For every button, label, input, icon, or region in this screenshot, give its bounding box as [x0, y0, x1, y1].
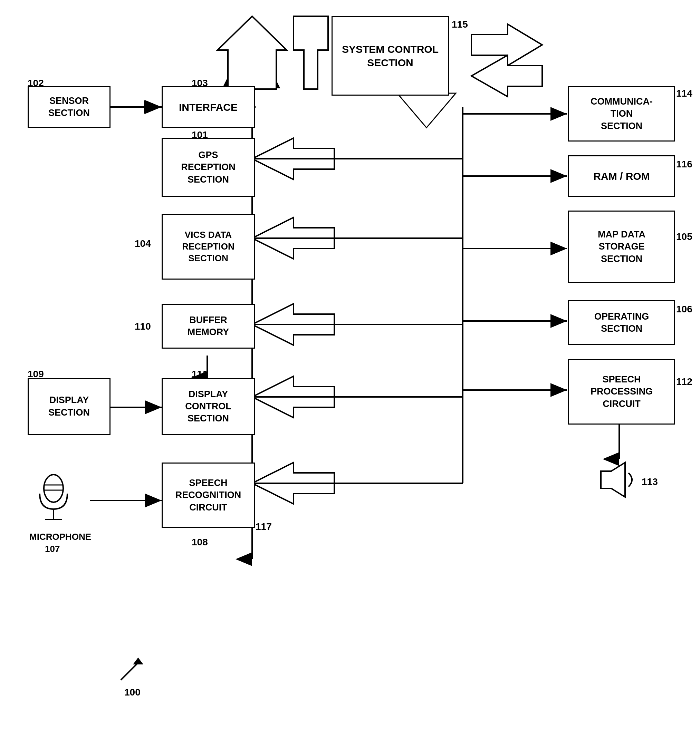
- svg-marker-8: [223, 31, 280, 88]
- svg-marker-19: [252, 304, 334, 345]
- svg-marker-14: [294, 16, 328, 89]
- interface-block: INTERFACE: [162, 86, 255, 128]
- microphone-id: 107: [45, 544, 60, 554]
- svg-marker-16: [472, 55, 542, 97]
- svg-marker-20: [252, 376, 334, 418]
- speech-proc-block: SPEECHPROCESSINGCIRCUIT: [568, 359, 675, 425]
- microphone-icon: [31, 469, 76, 525]
- system-control-label: 115: [452, 19, 468, 30]
- figure-arrow: [117, 656, 145, 683]
- gps-block: GPSRECEPTIONSECTION: [162, 138, 255, 197]
- bus-117-label: 117: [256, 521, 272, 532]
- speaker-icon: [594, 459, 642, 500]
- svg-point-43: [44, 475, 63, 502]
- buffer-label: 110: [135, 321, 151, 332]
- diagram: { "blocks": { "system_control": { "label…: [0, 0, 700, 749]
- system-control-block: SYSTEM CONTROL SECTION: [331, 16, 449, 96]
- display-section-label: 109: [28, 368, 44, 380]
- buffer-block: BUFFERMEMORY: [162, 304, 255, 349]
- speech-recog-label: 108: [191, 537, 208, 548]
- ram-rom-block: RAM / ROM: [568, 155, 675, 197]
- communication-block: COMMUNICA-TIONSECTION: [568, 86, 675, 142]
- figure-label: 100: [124, 687, 141, 698]
- vics-label: 104: [135, 238, 151, 249]
- speech-proc-label: 112: [676, 376, 692, 387]
- interface-label: 103: [191, 78, 208, 89]
- display-control-block: DISPLAYCONTROLSECTION: [162, 378, 255, 435]
- map-data-label: 105: [676, 231, 692, 242]
- speaker-label: 113: [642, 476, 658, 488]
- operating-block: OPERATINGSECTION: [568, 300, 675, 345]
- display-control-label: 111: [191, 368, 208, 380]
- svg-marker-49: [133, 657, 143, 665]
- svg-marker-17: [252, 138, 334, 179]
- microphone-label: MICROPHONE: [29, 532, 91, 542]
- svg-marker-42: [601, 463, 625, 497]
- operating-label: 106: [676, 304, 692, 315]
- map-data-block: MAP DATASTORAGESECTION: [568, 211, 675, 283]
- svg-marker-18: [252, 217, 334, 259]
- svg-line-48: [121, 663, 138, 680]
- gps-label: 101: [191, 130, 208, 141]
- svg-marker-21: [252, 463, 334, 504]
- svg-marker-13: [218, 16, 286, 89]
- sensor-label: 102: [28, 78, 44, 89]
- ram-rom-label: 116: [676, 159, 692, 170]
- communication-label: 114: [676, 88, 692, 99]
- sensor-block: SENSORSECTION: [28, 86, 110, 128]
- vics-block: VICS DATARECEPTIONSECTION: [162, 214, 255, 280]
- speech-recog-block: SPEECHRECOGNITIONCIRCUIT: [162, 463, 255, 528]
- display-section-block: DISPLAYSECTION: [28, 378, 110, 435]
- svg-marker-15: [472, 24, 542, 66]
